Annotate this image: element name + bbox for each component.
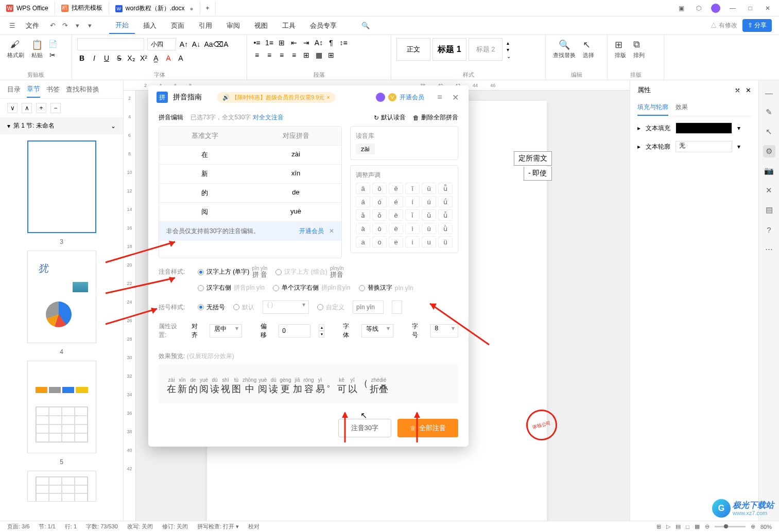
tone-cell[interactable]: ú — [422, 196, 436, 207]
nav-next-button[interactable]: ∧ — [22, 103, 32, 113]
tab-templates[interactable]: 稻找稻壳模板 — [55, 1, 109, 15]
table-row[interactable]: 新xīn — [159, 165, 341, 184]
tab-home[interactable]: 开始 — [109, 17, 135, 34]
decrease-font-button[interactable]: A↓ — [192, 40, 201, 49]
tone-cell[interactable]: é — [389, 196, 403, 207]
more-icon[interactable]: ⋯ — [763, 243, 775, 255]
line-spacing-button[interactable]: ↕≡ — [339, 38, 348, 47]
format-painter-button[interactable]: 🖌格式刷 — [5, 38, 26, 60]
tone-cell[interactable]: ó — [372, 196, 387, 207]
nav-tab-bookmarks[interactable]: 书签 — [46, 82, 60, 97]
bullets-button[interactable]: •≡ — [252, 38, 262, 47]
notice-vip-link[interactable]: 开通会员 — [299, 227, 324, 235]
tone-cell[interactable]: ü — [438, 236, 453, 247]
view-mode-1[interactable]: ⊞ — [656, 523, 661, 530]
close-pane-icon[interactable]: ✕ — [746, 86, 751, 94]
tone-cell[interactable]: ǚ — [438, 209, 453, 221]
radio-custom-bracket[interactable]: 自定义 — [317, 303, 344, 312]
radio-right[interactable]: 汉字右侧拼音pīn yīn — [198, 283, 265, 292]
bracket-left-input[interactable] — [353, 300, 384, 314]
maximize-button[interactable]: □ — [745, 3, 755, 13]
distribute-button[interactable]: ⊞ — [302, 50, 311, 60]
zoom-out[interactable]: ⊖ — [705, 523, 709, 530]
page-thumb-5[interactable] — [27, 361, 96, 453]
font-color-button[interactable]: A — [164, 54, 173, 63]
section-header[interactable]: ▾ 第 1 节: 未命名⌄ — [0, 117, 123, 134]
prop-tab-effects[interactable]: 效果 — [676, 100, 688, 116]
tone-cell[interactable]: o — [372, 236, 387, 247]
align-left-button[interactable]: ≡ — [252, 50, 262, 60]
tone-cell[interactable]: ō — [372, 183, 387, 194]
help-icon[interactable]: ? — [763, 223, 775, 236]
page-thumb-3[interactable] — [27, 140, 96, 233]
strike-button[interactable]: S̶ — [114, 54, 124, 63]
sort-button[interactable]: A↕ — [314, 38, 323, 47]
settings-icon[interactable]: ⚙ — [763, 145, 775, 157]
tone-cell[interactable]: ā — [356, 183, 370, 194]
promo-banner[interactable]: 🔊 【限时特惠】超级会员首月仅需9.9元 × — [217, 92, 335, 103]
tone-cell[interactable]: ī — [405, 183, 420, 194]
redo-button[interactable]: ↷ — [60, 21, 70, 31]
tone-cell[interactable]: ū — [422, 183, 436, 194]
close-button[interactable]: ✕ — [763, 3, 773, 13]
camera-icon[interactable]: 📷 — [763, 165, 775, 177]
dialog-menu-icon[interactable]: ≡ — [435, 92, 445, 102]
file-menu[interactable]: 文件 — [20, 18, 45, 33]
search-icon[interactable]: 🔍 — [360, 21, 371, 31]
show-marks-button[interactable]: ¶ — [326, 38, 336, 47]
select-icon[interactable]: ↖ — [763, 126, 775, 138]
tab-page[interactable]: 页面 — [165, 18, 191, 33]
new-tab-button[interactable]: ＋ — [200, 1, 216, 15]
highlight-button[interactable]: A̲ — [151, 54, 161, 63]
style-h2[interactable]: 标题 2 — [469, 38, 503, 61]
radio-above-group[interactable]: 汉字上方 (组合)pīnyīn拼音 — [275, 265, 344, 278]
status-line[interactable]: 行: 1 — [65, 523, 77, 530]
tone-cell[interactable]: ì — [405, 223, 420, 234]
pron-value[interactable]: zài — [356, 144, 375, 154]
collapse-icon[interactable]: — — [763, 86, 775, 99]
font-family-select[interactable] — [77, 38, 144, 50]
align-center-button[interactable]: ≡ — [265, 50, 274, 60]
page-thumb-4[interactable]: 犹 — [27, 251, 96, 343]
more-button[interactable]: ▾ — [84, 21, 95, 31]
status-revision[interactable]: 修订: 关闭 — [162, 523, 188, 530]
page-thumb-6[interactable] — [27, 471, 96, 502]
increase-font-button[interactable]: A↑ — [179, 40, 188, 49]
layout-button[interactable]: ⊞排版 — [613, 38, 628, 60]
panel-icon[interactable]: ▣ — [676, 3, 686, 13]
radio-above-single[interactable]: 汉字上方 (单字)pīn yīn拼 音 — [198, 265, 267, 278]
view-mode-3[interactable]: ▤ — [676, 523, 681, 530]
tab-insert[interactable]: 插入 — [137, 18, 163, 33]
offset-up[interactable]: ▴ — [319, 324, 324, 331]
paste-button[interactable]: 📋粘贴 — [29, 38, 45, 60]
find-replace-button[interactable]: 🔍查找替换 — [551, 38, 578, 60]
status-page[interactable]: 页面: 3/6 — [7, 523, 29, 530]
save-button[interactable]: ▾ — [72, 21, 82, 31]
minimize-button[interactable]: — — [728, 3, 738, 13]
dialog-close-button[interactable]: ✕ — [450, 92, 460, 102]
pin-icon[interactable]: ⤱ — [735, 86, 740, 94]
vip-link[interactable]: 开通会员 — [400, 93, 424, 102]
styles-down[interactable]: ▾ — [507, 47, 511, 52]
tone-cell[interactable]: ǎ — [356, 209, 370, 221]
nav-prev-button[interactable]: ∨ — [7, 103, 18, 113]
change-case-button[interactable]: Aa — [204, 40, 213, 49]
italic-button[interactable]: I — [90, 54, 99, 63]
nav-tab-toc[interactable]: 目录 — [7, 82, 21, 97]
size-select[interactable]: 8 — [430, 324, 458, 338]
style-normal[interactable]: 正文 — [396, 38, 430, 61]
table-row[interactable]: 阅yuè — [159, 203, 341, 222]
table-row[interactable]: 的de — [159, 184, 341, 203]
align-right-button[interactable]: ≡ — [277, 50, 286, 60]
tone-cell[interactable]: e — [389, 236, 403, 247]
bracket-select[interactable]: ( ) — [263, 300, 309, 314]
tab-reference[interactable]: 引用 — [193, 18, 218, 33]
radio-replace[interactable]: 替换汉字pīn yīn — [359, 283, 413, 292]
font-select[interactable]: 等线 — [361, 324, 394, 338]
tone-cell[interactable]: ò — [372, 223, 387, 234]
cut-button[interactable]: ✂ — [48, 50, 57, 60]
tone-cell[interactable]: u — [422, 236, 436, 247]
layers-icon[interactable]: ▤ — [763, 204, 775, 216]
tone-cell[interactable]: ē — [389, 183, 403, 194]
numbering-button[interactable]: 1≡ — [265, 38, 274, 47]
